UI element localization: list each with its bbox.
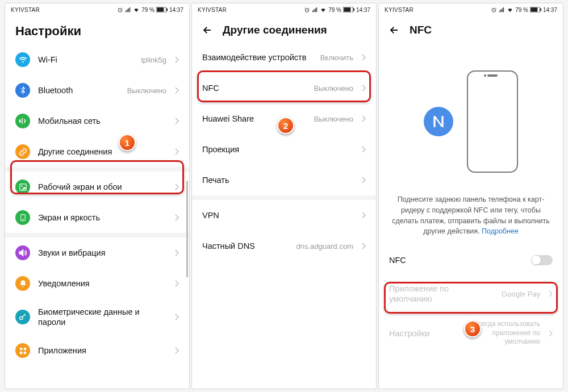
chevron-right-icon [174, 214, 179, 221]
row-label: Биометрические данные и пароли [38, 307, 166, 327]
chevron-right-icon [548, 330, 553, 337]
screen-settings: KYIVSTAR 79 % 14:37 Настройки Wi-Fitplin… [5, 3, 190, 389]
back-icon[interactable] [389, 25, 399, 35]
back-icon[interactable] [202, 25, 212, 35]
alarm-icon [117, 7, 123, 13]
svg-point-5 [21, 185, 23, 187]
chevron-right-icon [174, 249, 179, 256]
settings-row[interactable]: Печать [192, 165, 376, 195]
page-title: Настройки [15, 24, 81, 39]
svg-rect-9 [19, 348, 22, 350]
key-icon [15, 310, 30, 324]
nfc-toggle-switch[interactable] [531, 255, 553, 265]
svg-rect-20 [540, 9, 541, 11]
signal-icon [312, 7, 318, 13]
chevron-right-icon [174, 314, 179, 320]
wifi-icon [320, 7, 327, 13]
row-value: Включить [320, 53, 353, 62]
battery-pct: 79 % [141, 7, 154, 13]
row-value: Выключено [314, 115, 353, 123]
chevron-right-icon [174, 56, 179, 63]
screen-other-connections: KYIVSTAR 79 % 14:37 Другие соединения Вз… [191, 3, 377, 389]
signal-icon [15, 114, 30, 128]
link-icon [15, 144, 30, 159]
group-divider [192, 195, 376, 200]
settings-list[interactable]: Wi-Fitplink5gBluetoothВыключеноМобильная… [5, 44, 189, 389]
learn-more-link[interactable]: Подробнее [482, 227, 519, 235]
alarm-icon [491, 7, 497, 13]
chevron-right-icon [174, 148, 179, 155]
status-bar: KYIVSTAR 79 % 14:37 [5, 3, 189, 16]
nfc-toggle-label: NFC [389, 255, 523, 265]
nfc-settings-label: Настройки [389, 328, 453, 339]
row-value: Выключено [314, 84, 353, 93]
status-right: 79 % 14:37 [304, 7, 370, 13]
svg-rect-15 [344, 7, 350, 12]
time-label: 14:37 [169, 7, 183, 13]
phone-outline-icon [467, 70, 518, 173]
sound-icon [15, 245, 30, 260]
status-right: 79 % 14:37 [117, 7, 183, 13]
callout-3: 3 [464, 320, 481, 337]
row-label: Взаимодействие устройств [202, 52, 312, 62]
settings-row[interactable]: Мобильная сеть [5, 106, 189, 136]
scrollbar[interactable] [186, 181, 188, 277]
callout-1: 1 [119, 134, 136, 151]
battery-pct: 79 % [515, 7, 528, 13]
bell-icon [15, 276, 30, 291]
chevron-right-icon [174, 118, 179, 124]
row-label: Bluetooth [38, 85, 119, 95]
row-value: dns.adguard.com [296, 242, 353, 251]
chevron-right-icon [361, 177, 366, 184]
nfc-content: Поднесите заднюю панель телефона к карт-… [379, 42, 563, 389]
nfc-badge-icon [424, 107, 453, 136]
settings-row[interactable]: Приложения [5, 335, 189, 366]
page-header: Другие соединения [192, 16, 376, 42]
settings-row[interactable]: Проекция [192, 134, 376, 165]
settings-row[interactable]: Wi-Fitplink5g [5, 44, 189, 75]
svg-rect-19 [531, 7, 537, 12]
chevron-right-icon [361, 212, 366, 219]
default-app-row: Приложение по умолчанию Google Pay [379, 276, 563, 312]
row-label: Уведомления [38, 278, 166, 289]
settings-row[interactable]: Экран и яркость [5, 202, 189, 233]
svg-rect-12 [23, 352, 26, 354]
row-label: Печать [202, 175, 353, 185]
carrier-label: KYIVSTAR [198, 7, 227, 13]
row-label: NFC [202, 83, 306, 93]
settings-row[interactable]: NFCВыключено [192, 73, 376, 103]
settings-row[interactable]: Звуки и вибрация [5, 237, 189, 268]
settings-row[interactable]: Уведомления [5, 268, 189, 299]
battery-pct: 79 % [328, 7, 341, 13]
time-label: 14:37 [356, 7, 370, 13]
chevron-right-icon [174, 280, 179, 287]
svg-point-7 [22, 219, 23, 220]
wifi-icon [15, 52, 30, 67]
svg-rect-3 [166, 9, 168, 11]
svg-point-8 [20, 316, 23, 319]
settings-row[interactable]: Частный DNSdns.adguard.com [192, 231, 376, 261]
settings-row[interactable]: BluetoothВыключено [5, 75, 189, 106]
default-app-label: Приложение по умолчанию [389, 283, 494, 304]
connections-list[interactable]: Взаимодействие устройствВключитьNFCВыклю… [192, 42, 376, 389]
row-label: Звуки и вибрация [38, 248, 166, 258]
group-divider [5, 233, 189, 237]
settings-row[interactable]: Рабочий экран и обои [5, 172, 189, 202]
row-label: Другие соединения [38, 147, 166, 157]
settings-row[interactable]: Биометрические данные и пароли [5, 299, 189, 335]
settings-row[interactable]: VPN [192, 200, 376, 231]
time-label: 14:37 [543, 7, 557, 13]
screen-nfc: KYIVSTAR 79 % 14:37 NFC Поднесите заднюю… [378, 3, 563, 389]
status-bar: KYIVSTAR 79 % 14:37 [192, 3, 376, 16]
default-app-value: Google Pay [502, 290, 540, 298]
settings-row[interactable]: Другие соединения [5, 136, 189, 167]
row-label: Мобильная сеть [38, 116, 166, 126]
page-title: NFC [410, 24, 432, 36]
svg-rect-10 [23, 348, 26, 350]
chevron-right-icon [174, 87, 179, 94]
row-label: Wi-Fi [38, 55, 133, 65]
nfc-toggle-row[interactable]: NFC [379, 245, 563, 276]
settings-row[interactable]: Взаимодействие устройствВключить [192, 42, 376, 73]
phone-icon [15, 210, 30, 225]
svg-rect-11 [19, 352, 22, 354]
